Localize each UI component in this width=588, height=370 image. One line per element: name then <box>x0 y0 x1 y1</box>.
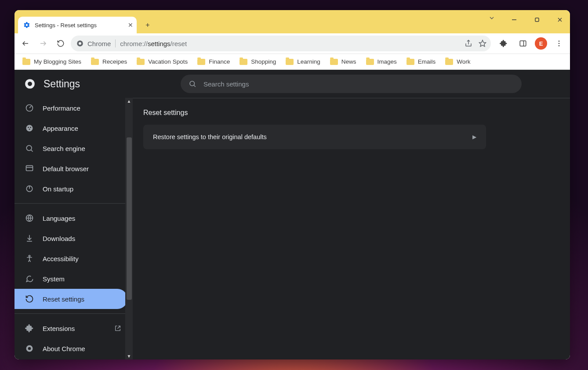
chrome-icon <box>76 40 84 47</box>
bookmark-folder[interactable]: My Blogging Sites <box>22 58 81 65</box>
close-window-button[interactable] <box>552 14 567 26</box>
profile-avatar[interactable]: E <box>535 37 547 50</box>
window-controls <box>507 14 567 26</box>
nav-back-button[interactable] <box>18 36 33 51</box>
bookmark-label: My Blogging Sites <box>34 58 81 65</box>
bookmark-folder[interactable]: Emails <box>407 58 436 65</box>
folder-icon <box>366 59 374 65</box>
maximize-button[interactable] <box>530 14 544 26</box>
bookmark-label: Receipes <box>102 58 127 65</box>
url-display: chrome://settings/reset <box>120 40 187 47</box>
svg-point-16 <box>559 45 560 47</box>
sidebar-item-performance[interactable]: Performance <box>15 98 133 118</box>
settings-nav: PerformanceAppearanceSearch engineDefaul… <box>15 98 133 359</box>
kebab-menu-icon[interactable] <box>552 36 566 51</box>
reset-settings-icon <box>25 295 34 303</box>
search-engine-icon <box>25 144 34 153</box>
bookmark-label: Images <box>377 58 397 65</box>
sidebar-item-default-browser[interactable]: Default browser <box>15 158 133 179</box>
nav-forward-button[interactable] <box>36 36 51 51</box>
bookmark-folder[interactable]: Work <box>445 58 470 65</box>
settings-search-input[interactable] <box>203 80 514 88</box>
address-bar[interactable]: Chrome chrome://settings/reset <box>71 36 491 51</box>
sidebar-item-search-engine[interactable]: Search engine <box>15 138 133 158</box>
about-chrome-icon <box>25 344 34 353</box>
bookmark-label: Learning <box>297 58 320 65</box>
svg-point-23 <box>28 127 29 128</box>
bookmark-folder[interactable]: Vacation Spots <box>137 58 188 65</box>
omnibox-divider <box>115 40 116 47</box>
settings-main: Reset settings Restore settings to their… <box>133 98 570 359</box>
chrome-logo-icon <box>24 78 36 90</box>
sidebar-item-label: System <box>43 275 65 283</box>
default-browser-icon <box>25 164 34 173</box>
chevron-right-icon: ▶ <box>472 134 476 140</box>
bookmark-star-icon[interactable] <box>479 40 486 47</box>
gear-icon <box>23 22 30 29</box>
sidebar-item-label: On startup <box>43 185 73 193</box>
sidebar-item-on-startup[interactable]: On startup <box>15 179 133 199</box>
scrollbar-thumb[interactable] <box>127 137 132 300</box>
settings-logo: Settings <box>24 78 80 90</box>
svg-point-22 <box>26 125 33 132</box>
restore-defaults-row[interactable]: Restore settings to their original defau… <box>143 125 486 149</box>
bookmarks-bar: My Blogging SitesReceipesVacation SpotsF… <box>15 54 570 70</box>
browser-window: Settings - Reset settings ✕ Chrome chrom… <box>15 10 570 359</box>
folder-icon <box>240 59 247 65</box>
folder-icon <box>407 59 414 65</box>
sidebar-item-accessibility[interactable]: Accessibility <box>15 248 133 269</box>
sidebar-item-label: About Chrome <box>43 345 85 352</box>
system-icon <box>25 274 34 283</box>
bookmark-label: Work <box>457 58 470 65</box>
svg-point-19 <box>190 81 195 86</box>
extensions-icon[interactable] <box>496 36 511 51</box>
folder-icon <box>197 59 205 65</box>
share-icon[interactable] <box>465 40 472 47</box>
sidebar-item-extensions[interactable]: Extensions <box>15 318 133 338</box>
bookmark-folder[interactable]: News <box>330 58 356 65</box>
bookmark-folder[interactable]: Finance <box>197 58 230 65</box>
restore-defaults-label: Restore settings to their original defau… <box>153 133 267 140</box>
settings-header: Settings <box>15 70 570 98</box>
bookmark-label: Vacation Spots <box>148 58 188 65</box>
tab-title: Settings - Reset settings <box>35 22 97 29</box>
bookmark-folder[interactable]: Learning <box>286 58 320 65</box>
folder-icon <box>22 59 30 65</box>
minimize-button[interactable] <box>507 14 522 26</box>
sidebar-item-reset-settings[interactable]: Reset settings <box>15 289 127 309</box>
sidebar-item-system[interactable]: System <box>15 269 133 289</box>
scroll-down-icon[interactable]: ▼ <box>127 354 131 359</box>
titlebar: Settings - Reset settings ✕ <box>15 10 570 33</box>
svg-line-27 <box>31 150 33 152</box>
site-chip-label: Chrome <box>87 40 111 47</box>
tab-active[interactable]: Settings - Reset settings ✕ <box>18 17 137 33</box>
scroll-up-icon[interactable]: ▲ <box>127 99 131 104</box>
sidebar-item-label: Accessibility <box>43 255 79 262</box>
bookmark-folder[interactable]: Receipes <box>91 58 127 65</box>
sidebar-item-downloads[interactable]: Downloads <box>15 228 133 248</box>
sidebar-item-label: Extensions <box>43 325 75 332</box>
sidepanel-icon[interactable] <box>515 36 530 51</box>
sidebar-item-label: Downloads <box>43 235 75 242</box>
reload-button[interactable] <box>53 36 68 51</box>
performance-icon <box>25 104 34 112</box>
tab-close-button[interactable]: ✕ <box>128 22 133 29</box>
tab-search-button[interactable] <box>488 14 495 22</box>
sidebar-item-languages[interactable]: Languages <box>15 208 133 228</box>
bookmark-folder[interactable]: Images <box>366 58 397 65</box>
svg-point-15 <box>559 43 560 44</box>
settings-sidebar: PerformanceAppearanceSearch engineDefaul… <box>15 98 133 359</box>
sidebar-scrollbar[interactable]: ▲ ▼ <box>125 98 133 359</box>
sidebar-item-about-chrome[interactable]: About Chrome <box>15 338 133 359</box>
svg-line-20 <box>194 85 195 86</box>
sidebar-item-appearance[interactable]: Appearance <box>15 118 133 138</box>
folder-icon <box>286 59 294 65</box>
bookmark-label: News <box>341 58 356 65</box>
bookmark-label: Emails <box>418 58 436 65</box>
new-tab-button[interactable] <box>141 18 154 32</box>
settings-search[interactable] <box>181 75 522 93</box>
svg-rect-28 <box>26 165 33 171</box>
bookmark-folder[interactable]: Shopping <box>240 58 276 65</box>
bookmark-label: Finance <box>209 58 230 65</box>
folder-icon <box>137 59 145 65</box>
